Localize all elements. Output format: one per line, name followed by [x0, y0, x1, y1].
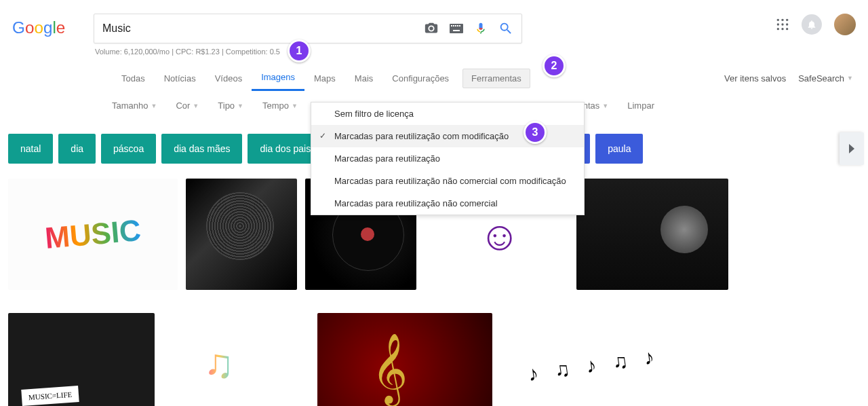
result-thumb[interactable] [186, 179, 297, 290]
svg-point-16 [786, 28, 788, 30]
tool-tempo[interactable]: Tempo▼ [262, 100, 298, 111]
svg-point-15 [781, 28, 783, 30]
svg-point-8 [777, 19, 779, 21]
tab-mais[interactable]: Mais [345, 67, 382, 90]
svg-point-12 [781, 23, 783, 25]
svg-rect-3 [453, 25, 454, 26]
svg-point-11 [777, 23, 779, 25]
dropdown-opt-nc[interactable]: Marcadas para reutilização não comercial [311, 192, 584, 215]
apps-icon[interactable] [776, 18, 789, 31]
annotation-1: 1 [288, 39, 311, 62]
dropdown-opt-nc-mod[interactable]: Marcadas para reutilização não comercial… [311, 170, 584, 192]
chips-scroll-right[interactable] [840, 132, 864, 165]
result-thumb[interactable] [163, 313, 309, 406]
chip[interactable]: dia [58, 134, 96, 164]
tab-ferramentas[interactable]: Ferramentas [462, 69, 530, 88]
link-safesearch[interactable]: SafeSearch▼ [798, 73, 853, 84]
tab-noticias[interactable]: Notícias [155, 67, 205, 90]
tool-cor[interactable]: Cor▼ [176, 100, 199, 111]
svg-point-10 [786, 19, 788, 21]
result-thumb[interactable] [500, 313, 704, 406]
notifications-icon[interactable] [802, 14, 822, 35]
svg-text:Google: Google [12, 18, 65, 37]
tab-videos[interactable]: Vídeos [205, 67, 252, 90]
svg-rect-5 [457, 25, 458, 26]
keyboard-icon[interactable] [450, 24, 463, 33]
annotation-2: 2 [542, 54, 566, 77]
tab-config[interactable]: Configurações [382, 67, 458, 90]
mic-icon[interactable] [474, 20, 488, 37]
chip[interactable]: dia das mães [161, 134, 242, 164]
link-saved[interactable]: Ver itens salvos [724, 73, 786, 84]
tool-tamanho[interactable]: Tamanho▼ [112, 100, 157, 111]
svg-rect-4 [455, 25, 456, 26]
tab-maps[interactable]: Maps [304, 67, 345, 90]
tool-tipo[interactable]: Tipo▼ [218, 100, 243, 111]
search-icon[interactable] [498, 21, 513, 36]
google-logo[interactable]: Google [12, 16, 87, 43]
svg-rect-6 [459, 25, 460, 26]
chip[interactable]: páscoa [101, 134, 156, 164]
svg-point-9 [781, 19, 783, 21]
result-thumb[interactable] [317, 313, 492, 406]
search-meta: Volume: 6,120,000/mo | CPC: R$1.23 | Com… [95, 48, 776, 56]
dropdown-opt-nofilter[interactable]: Sem filtro de licença [311, 103, 584, 125]
camera-icon[interactable] [424, 21, 439, 36]
result-thumb[interactable] [8, 313, 155, 406]
tab-imagens[interactable]: Imagens [252, 65, 304, 91]
chip[interactable]: paula [595, 134, 643, 164]
annotation-3: 3 [524, 121, 547, 144]
license-dropdown: Sem filtro de licença Marcadas para reut… [311, 102, 585, 215]
result-thumb[interactable] [8, 179, 178, 290]
tool-limpar[interactable]: Limpar [627, 100, 654, 111]
svg-rect-2 [451, 25, 452, 26]
search-input[interactable] [102, 22, 424, 35]
chip[interactable]: natal [8, 134, 53, 164]
avatar[interactable] [834, 14, 856, 35]
svg-point-13 [786, 23, 788, 25]
result-thumb[interactable] [576, 179, 728, 290]
search-box[interactable] [94, 14, 522, 43]
tab-todas[interactable]: Todas [112, 67, 155, 90]
svg-rect-7 [453, 30, 460, 31]
dropdown-opt-reuse[interactable]: Marcadas para reutilização [311, 147, 584, 170]
svg-point-14 [777, 28, 779, 30]
